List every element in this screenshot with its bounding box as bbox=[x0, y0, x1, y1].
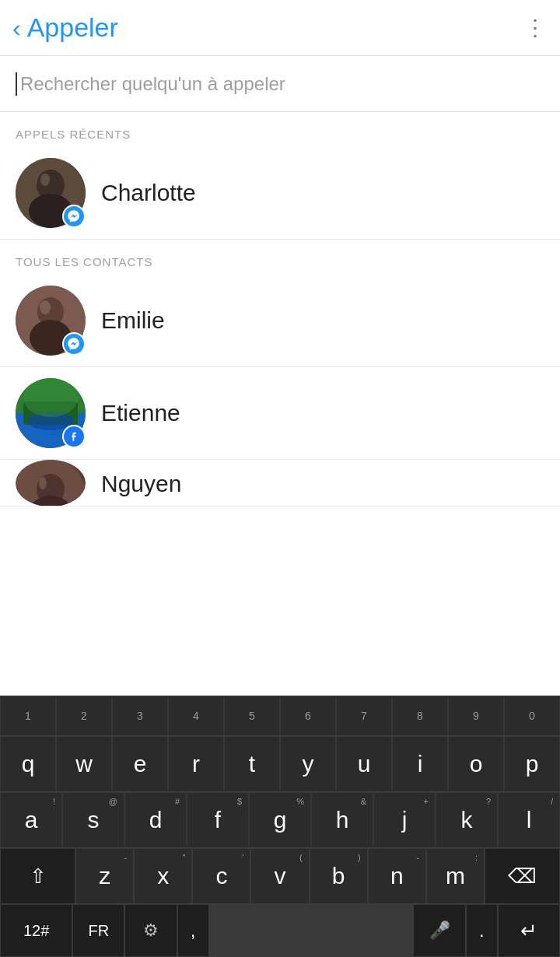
etienne-avatar-wrap bbox=[16, 378, 86, 448]
keyboard-settings-key[interactable]: ⚙ bbox=[124, 904, 177, 957]
etienne-name: Etienne bbox=[101, 400, 180, 426]
key-4[interactable]: 4 bbox=[168, 696, 224, 736]
comma-key[interactable]: , bbox=[177, 904, 209, 957]
overflow-menu-button[interactable]: ⋮ bbox=[524, 15, 548, 40]
back-button[interactable]: ‹ bbox=[12, 16, 21, 40]
key-n[interactable]: -n bbox=[368, 848, 426, 904]
page-title: Appeler bbox=[27, 12, 118, 43]
key-8[interactable]: 8 bbox=[392, 696, 448, 736]
charlotte-avatar-wrap bbox=[16, 158, 86, 228]
keyboard-bottom-row: 12# FR ⚙ , 🎤 . ↵ bbox=[0, 904, 560, 957]
key-l[interactable]: /l bbox=[498, 792, 560, 848]
key-g[interactable]: %g bbox=[249, 792, 311, 848]
key-s[interactable]: @s bbox=[62, 792, 124, 848]
recent-call-charlotte[interactable]: Charlotte bbox=[0, 147, 560, 240]
key-u[interactable]: u bbox=[336, 736, 392, 792]
svg-point-3 bbox=[40, 174, 50, 186]
contact-emilie[interactable]: Emilie bbox=[0, 275, 560, 367]
key-b[interactable]: )b bbox=[310, 848, 368, 904]
messenger-icon bbox=[67, 209, 81, 223]
emilie-messenger-badge bbox=[62, 332, 86, 356]
keyboard-row-2: !a @s #d $f %g &h +j ?k /l bbox=[0, 792, 560, 848]
key-k[interactable]: ?k bbox=[436, 792, 498, 848]
key-e[interactable]: e bbox=[112, 736, 168, 792]
key-h[interactable]: &h bbox=[311, 792, 373, 848]
period-key[interactable]: . bbox=[466, 904, 498, 957]
nguyen-avatar bbox=[16, 460, 86, 507]
microphone-key[interactable]: 🎤 bbox=[413, 904, 465, 957]
key-x[interactable]: "x bbox=[134, 848, 192, 904]
key-c[interactable]: 'c bbox=[192, 848, 250, 904]
key-6[interactable]: 6 bbox=[280, 696, 336, 736]
backspace-key[interactable]: ⌫ bbox=[485, 848, 560, 904]
key-5[interactable]: 5 bbox=[224, 696, 280, 736]
key-z[interactable]: -z bbox=[75, 848, 134, 904]
app-header: ‹ Appeler ⋮ bbox=[0, 0, 560, 56]
key-q[interactable]: q bbox=[0, 736, 56, 792]
key-i[interactable]: i bbox=[392, 736, 448, 792]
enter-key[interactable]: ↵ bbox=[498, 904, 560, 957]
contact-nguyen[interactable]: Nguyen bbox=[0, 460, 560, 507]
key-0[interactable]: 0 bbox=[504, 696, 560, 736]
key-p[interactable]: p bbox=[504, 736, 560, 792]
facebook-icon bbox=[67, 429, 81, 443]
key-v[interactable]: (v bbox=[250, 848, 309, 904]
key-r[interactable]: r bbox=[168, 736, 224, 792]
charlotte-messenger-badge bbox=[62, 205, 86, 228]
key-2[interactable]: 2 bbox=[56, 696, 112, 736]
key-3[interactable]: 3 bbox=[112, 696, 168, 736]
messenger-icon-emilie bbox=[67, 337, 81, 351]
contact-etienne[interactable]: Etienne bbox=[0, 367, 560, 460]
svg-point-12 bbox=[23, 378, 78, 417]
key-j[interactable]: +j bbox=[373, 792, 436, 848]
key-7[interactable]: 7 bbox=[336, 696, 392, 736]
svg-point-7 bbox=[40, 300, 51, 314]
space-key[interactable] bbox=[209, 904, 414, 957]
key-a[interactable]: !a bbox=[0, 792, 62, 848]
nguyen-avatar-wrap bbox=[16, 460, 86, 507]
search-bar[interactable]: Rechercher quelqu'un à appeler bbox=[0, 56, 560, 112]
language-key[interactable]: FR bbox=[72, 904, 124, 957]
keyboard-row-1: q w e r t y u i o p bbox=[0, 736, 560, 792]
header-left: ‹ Appeler bbox=[12, 12, 118, 43]
shift-key[interactable]: ⇧ bbox=[0, 848, 75, 904]
key-w[interactable]: w bbox=[56, 736, 112, 792]
svg-point-16 bbox=[39, 477, 47, 489]
charlotte-name: Charlotte bbox=[101, 180, 196, 206]
key-d[interactable]: #d bbox=[124, 792, 187, 848]
recent-calls-label: APPELS RÉCENTS bbox=[0, 112, 560, 147]
num-switch-key[interactable]: 12# bbox=[0, 904, 72, 957]
key-y[interactable]: y bbox=[280, 736, 336, 792]
key-1[interactable]: 1 bbox=[0, 696, 56, 736]
search-placeholder: Rechercher quelqu'un à appeler bbox=[20, 73, 285, 95]
etienne-facebook-badge bbox=[62, 425, 86, 448]
keyboard-numbers-row: 1 2 3 4 5 6 7 8 9 0 bbox=[0, 696, 560, 736]
key-o[interactable]: o bbox=[448, 736, 504, 792]
key-m[interactable]: :m bbox=[426, 848, 485, 904]
all-contacts-label: TOUS LES CONTACTS bbox=[0, 240, 560, 275]
nguyen-avatar-image bbox=[16, 460, 86, 507]
keyboard-row-3: ⇧ -z "x 'c (v )b -n :m ⌫ bbox=[0, 848, 560, 904]
emilie-avatar-wrap bbox=[16, 286, 86, 356]
key-9[interactable]: 9 bbox=[448, 696, 504, 736]
key-f[interactable]: $f bbox=[187, 792, 249, 848]
nguyen-name: Nguyen bbox=[101, 460, 181, 497]
virtual-keyboard: 1 2 3 4 5 6 7 8 9 0 q w e r t y u i o p … bbox=[0, 696, 560, 957]
text-cursor bbox=[16, 72, 17, 96]
key-t[interactable]: t bbox=[224, 736, 280, 792]
emilie-name: Emilie bbox=[101, 307, 165, 334]
